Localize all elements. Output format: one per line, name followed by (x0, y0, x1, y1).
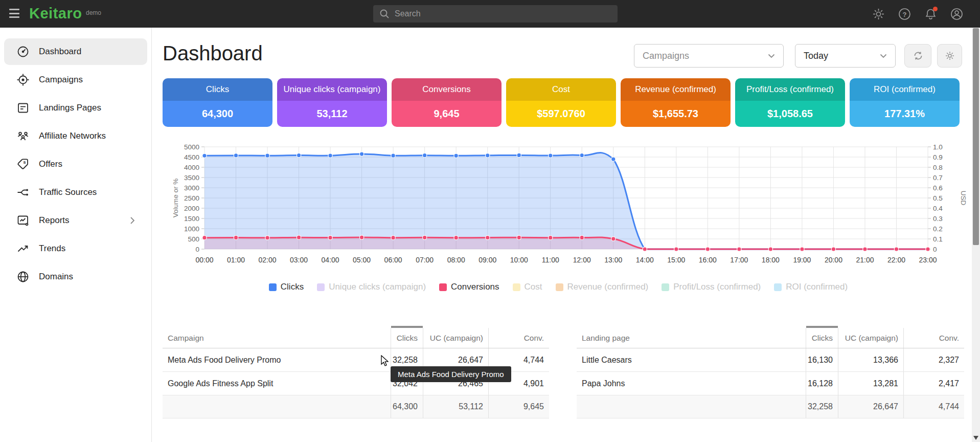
stat-card-roi-confirmed[interactable]: ROI (confirmed)177.31% (850, 78, 960, 127)
sidebar-item-dashboard[interactable]: Dashboard (4, 38, 147, 65)
svg-text:3000: 3000 (184, 184, 199, 192)
sidebar-item-domains[interactable]: Domains (4, 263, 147, 290)
stat-card-unique-clicks-campaign[interactable]: Unique clicks (campaign)53,112 (277, 78, 387, 127)
svg-text:18:00: 18:00 (762, 256, 780, 264)
row-value: 2,327 (904, 348, 964, 371)
table-header-uc-campaign[interactable]: UC (campaign) (423, 328, 489, 348)
svg-text:0.5: 0.5 (933, 194, 943, 202)
svg-text:500: 500 (188, 235, 199, 243)
svg-text:0.9: 0.9 (933, 153, 943, 161)
sidebar-item-offers[interactable]: sOffers (4, 151, 147, 178)
reports-icon (16, 214, 30, 227)
table-row[interactable]: Little Caesars16,13013,3662,327 (577, 348, 964, 372)
chevron-down-icon (880, 54, 887, 58)
notifications-bell-icon[interactable] (924, 7, 938, 21)
group-by-select[interactable]: Campaigns (634, 44, 784, 68)
stat-card-conversions[interactable]: Conversions9,645 (392, 78, 502, 127)
sidebar-item-affiliate-networks[interactable]: Affiliate Networks (4, 123, 147, 149)
totals-spacer (163, 395, 391, 418)
dashboard-icon (16, 45, 30, 58)
table-header-conv[interactable]: Conv. (904, 328, 964, 348)
trends-icon (16, 242, 30, 255)
legend-item-revenue-confirmed[interactable]: Revenue (confirmed) (556, 282, 649, 292)
chevron-right-icon (130, 216, 135, 225)
table-header-uc-campaign[interactable]: UC (campaign) (838, 328, 904, 348)
row-name[interactable]: Meta Ads Food Delivery Promo (163, 348, 391, 371)
sidebar-item-label: Landings Pages (39, 103, 101, 113)
stat-card-profit-loss-confirmed[interactable]: Profit/Loss (confirmed)$1,058.65 (735, 78, 845, 127)
user-account-icon[interactable] (950, 7, 964, 21)
svg-text:12:00: 12:00 (573, 256, 591, 264)
stat-card-value: $1,058.65 (735, 101, 845, 127)
help-icon[interactable]: ? (898, 7, 911, 21)
svg-text:0.3: 0.3 (933, 215, 943, 223)
legend-label: Conversions (451, 282, 499, 292)
table-header-conv[interactable]: Conv. (489, 328, 549, 348)
refresh-button[interactable] (904, 44, 931, 68)
svg-text:0.4: 0.4 (933, 205, 943, 212)
stat-card-cost[interactable]: Cost$597.0760 (506, 78, 616, 127)
row-value: 13,366 (838, 348, 904, 371)
scrollbar-thumb[interactable] (973, 28, 979, 245)
table-header-name[interactable]: Campaign (163, 328, 391, 348)
global-search[interactable] (373, 5, 618, 23)
svg-text:0.2: 0.2 (933, 225, 943, 233)
sidebar-item-label: Campaigns (39, 75, 83, 85)
scroll-down-arrow-icon[interactable] (973, 436, 978, 440)
menu-icon[interactable] (9, 9, 19, 19)
row-name[interactable]: Google Ads Fitness App Split (163, 372, 391, 395)
legend-swatch (556, 283, 563, 291)
svg-text:02:00: 02:00 (259, 256, 277, 264)
legend-label: Clicks (281, 282, 304, 292)
sidebar-item-trends[interactable]: Trends (4, 235, 147, 262)
sidebar-item-landings-pages[interactable]: Landings Pages (4, 95, 147, 121)
legend-item-cost[interactable]: Cost (513, 282, 542, 292)
sidebar-item-traffic-sources[interactable]: Traffic Sources (4, 179, 147, 206)
row-name[interactable]: Papa Johns (577, 372, 806, 395)
legend-item-clicks[interactable]: Clicks (269, 282, 304, 292)
date-range-select[interactable]: Today (795, 44, 896, 68)
sidebar-item-campaigns[interactable]: Campaigns (4, 67, 147, 93)
stat-cards: Clicks64,300Unique clicks (campaign)53,1… (163, 78, 964, 127)
page-scrollbar[interactable] (972, 28, 980, 442)
svg-text:4000: 4000 (184, 164, 199, 171)
table-header-clicks[interactable]: Clicks (806, 328, 838, 348)
stat-card-revenue-confirmed[interactable]: Revenue (confirmed)$1,655.73 (621, 78, 731, 127)
row-value: 16,130 (806, 348, 838, 371)
table-header-name[interactable]: Landing page (577, 328, 806, 348)
table-row[interactable]: Papa Johns16,12813,2812,417 (577, 372, 964, 395)
stat-card-value: $1,655.73 (621, 101, 731, 127)
svg-text:21:00: 21:00 (856, 256, 874, 264)
stat-card-value: 177.31% (850, 101, 960, 127)
stat-card-label: Profit/Loss (confirmed) (735, 78, 845, 101)
group-by-value: Campaigns (643, 51, 689, 61)
domains-icon (16, 270, 30, 283)
legend-item-unique-clicks-campaign[interactable]: Unique clicks (campaign) (317, 282, 426, 292)
search-input[interactable] (395, 9, 611, 18)
legend-item-roi-confirmed[interactable]: ROI (confirmed) (774, 282, 848, 292)
svg-text:05:00: 05:00 (353, 256, 371, 264)
settings-icon[interactable] (872, 7, 885, 21)
svg-text:19:00: 19:00 (793, 256, 811, 264)
svg-text:06:00: 06:00 (384, 256, 402, 264)
sidebar: DashboardCampaignsLandings PagesAffiliat… (0, 28, 152, 442)
chart-legend: ClicksUnique clicks (campaign)Conversion… (152, 282, 965, 292)
stat-card-clicks[interactable]: Clicks64,300 (163, 78, 272, 127)
svg-text:?: ? (903, 10, 907, 18)
svg-text:3500: 3500 (184, 174, 199, 182)
svg-text:2000: 2000 (184, 205, 199, 212)
legend-item-profit-loss-confirmed[interactable]: Profit/Loss (confirmed) (662, 282, 761, 292)
row-name[interactable]: Little Caesars (577, 348, 806, 371)
sidebar-item-reports[interactable]: Reports (4, 207, 147, 234)
sidebar-item-label: Reports (39, 215, 70, 226)
svg-text:15:00: 15:00 (667, 256, 685, 264)
offers-icon: s (16, 158, 30, 171)
legend-swatch (662, 283, 669, 291)
svg-text:1000: 1000 (184, 225, 199, 233)
legend-item-conversions[interactable]: Conversions (439, 282, 499, 292)
table-header-clicks[interactable]: Clicks (391, 328, 423, 348)
svg-text:03:00: 03:00 (290, 256, 308, 264)
sidebar-item-label: Domains (39, 272, 73, 282)
dashboard-settings-button[interactable] (937, 44, 962, 68)
svg-text:Volume or %: Volume or % (172, 179, 179, 218)
